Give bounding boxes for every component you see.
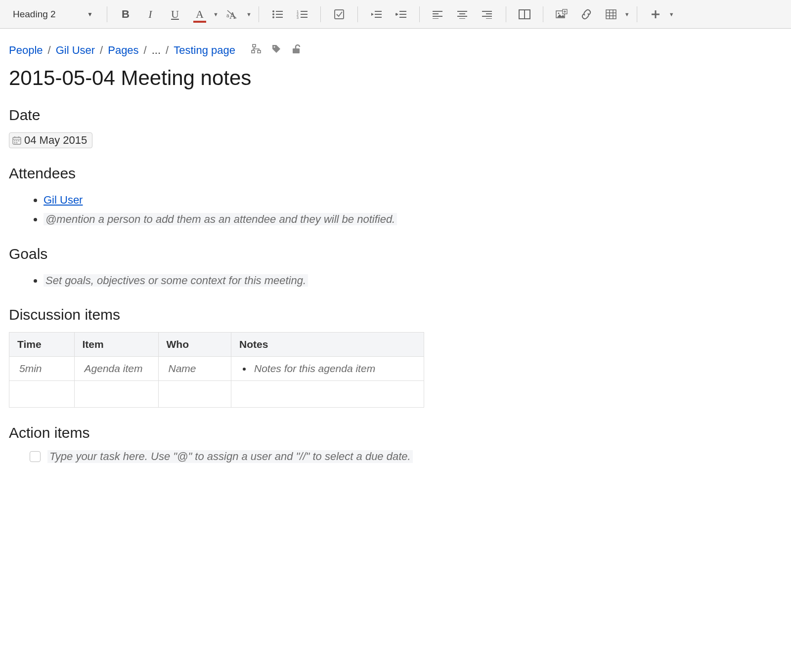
toolbar-separator bbox=[543, 6, 543, 22]
col-time[interactable]: Time bbox=[9, 333, 75, 357]
date-badge[interactable]: 04 May 2015 bbox=[9, 132, 92, 148]
discussion-heading[interactable]: Discussion items bbox=[9, 306, 485, 323]
attendees-heading[interactable]: Attendees bbox=[9, 165, 485, 182]
breadcrumb-sep: / bbox=[144, 44, 147, 57]
underline-button[interactable]: U bbox=[164, 4, 186, 25]
svg-point-51 bbox=[273, 46, 275, 48]
svg-rect-49 bbox=[252, 50, 255, 53]
indent-icon bbox=[396, 10, 406, 19]
chevron-down-icon[interactable]: ▼ bbox=[246, 11, 252, 17]
svg-rect-16 bbox=[375, 11, 382, 12]
svg-rect-22 bbox=[433, 11, 442, 12]
svg-rect-41 bbox=[606, 10, 616, 19]
empty-cell[interactable] bbox=[9, 381, 75, 408]
chevron-down-icon[interactable]: ▼ bbox=[624, 11, 630, 17]
unlock-icon[interactable] bbox=[291, 43, 302, 57]
date-heading[interactable]: Date bbox=[9, 107, 485, 124]
attendee-placeholder[interactable]: @mention a person to add them as an atte… bbox=[44, 213, 397, 225]
cell-who[interactable]: Name bbox=[167, 363, 198, 374]
bold-button[interactable]: B bbox=[114, 4, 137, 25]
attendees-list[interactable]: Gil User @mention a person to add them a… bbox=[9, 191, 485, 229]
paragraph-style-select[interactable]: Heading 2 ▼ bbox=[6, 6, 100, 23]
clear-formatting-icon: a A bbox=[226, 9, 238, 20]
task-list-button[interactable] bbox=[328, 4, 351, 25]
svg-rect-8 bbox=[276, 17, 283, 18]
clear-formatting-button[interactable]: a A bbox=[220, 4, 243, 25]
editor-content[interactable]: People / Gil User / Pages / ... / Testin… bbox=[0, 29, 494, 493]
discussion-table[interactable]: Time Item Who Notes 5min Agenda item Nam… bbox=[9, 332, 424, 408]
col-who[interactable]: Who bbox=[158, 333, 231, 357]
insert-more-button[interactable] bbox=[644, 4, 667, 25]
svg-rect-17 bbox=[375, 14, 382, 15]
text-color-icon: A bbox=[196, 8, 204, 21]
insert-image-button[interactable] bbox=[550, 4, 573, 25]
breadcrumb-sep: / bbox=[166, 44, 169, 57]
empty-cell[interactable] bbox=[74, 381, 158, 408]
breadcrumb-link-people[interactable]: People bbox=[9, 44, 43, 57]
svg-rect-52 bbox=[293, 48, 300, 53]
empty-cell[interactable] bbox=[158, 381, 231, 408]
calendar-icon bbox=[12, 136, 21, 145]
goals-list[interactable]: Set goals, objectives or some context fo… bbox=[9, 271, 485, 290]
editor-toolbar: Heading 2 ▼ B I U A ▼ a A ▼ 1 2 3 bbox=[0, 0, 791, 29]
list-item: @mention a person to add them as an atte… bbox=[44, 210, 485, 228]
numbered-list-button[interactable]: 1 2 3 bbox=[291, 4, 313, 25]
list-item: Gil User bbox=[44, 191, 485, 209]
toolbar-separator bbox=[637, 6, 637, 22]
breadcrumb: People / Gil User / Pages / ... / Testin… bbox=[9, 43, 485, 57]
chevron-down-icon[interactable]: ▼ bbox=[213, 11, 219, 17]
svg-rect-30 bbox=[482, 11, 492, 12]
toolbar-separator bbox=[259, 6, 259, 22]
link-icon bbox=[580, 9, 592, 20]
goals-placeholder[interactable]: Set goals, objectives or some context fo… bbox=[44, 274, 308, 287]
cell-notes[interactable]: Notes for this agenda item bbox=[252, 363, 377, 374]
chevron-down-icon[interactable]: ▼ bbox=[669, 11, 674, 17]
svg-rect-29 bbox=[459, 18, 465, 19]
svg-rect-60 bbox=[14, 142, 15, 143]
toolbar-separator bbox=[320, 6, 321, 22]
cell-item[interactable]: Agenda item bbox=[83, 363, 145, 374]
task-checkbox[interactable] bbox=[30, 451, 41, 462]
align-center-icon bbox=[457, 10, 468, 19]
task-placeholder[interactable]: Type your task here. Use "@" to assign a… bbox=[47, 450, 413, 463]
goals-heading[interactable]: Goals bbox=[9, 246, 485, 262]
svg-rect-20 bbox=[399, 14, 406, 15]
text-color-button[interactable]: A bbox=[188, 4, 211, 25]
indent-button[interactable] bbox=[390, 4, 412, 25]
tag-icon[interactable] bbox=[271, 43, 282, 57]
action-heading[interactable]: Action items bbox=[9, 424, 485, 441]
bullet-list-icon bbox=[272, 10, 283, 19]
align-left-icon bbox=[433, 10, 443, 19]
page-tree-icon[interactable] bbox=[251, 43, 262, 57]
svg-rect-28 bbox=[457, 16, 467, 17]
task-list-icon bbox=[334, 9, 345, 20]
italic-icon: I bbox=[148, 8, 152, 21]
task-item[interactable]: Type your task here. Use "@" to assign a… bbox=[9, 450, 485, 463]
align-left-button[interactable] bbox=[427, 4, 449, 25]
table-header-row: Time Item Who Notes bbox=[9, 333, 424, 357]
svg-point-5 bbox=[272, 13, 274, 15]
align-center-button[interactable] bbox=[451, 4, 474, 25]
col-item[interactable]: Item bbox=[74, 333, 158, 357]
breadcrumb-link-pages[interactable]: Pages bbox=[108, 44, 138, 57]
breadcrumb-link-user[interactable]: Gil User bbox=[56, 44, 95, 57]
outdent-button[interactable] bbox=[365, 4, 388, 25]
italic-button[interactable]: I bbox=[139, 4, 162, 25]
style-select-label: Heading 2 bbox=[13, 9, 56, 20]
breadcrumb-link-testing[interactable]: Testing page bbox=[174, 44, 235, 57]
bullet-list-button[interactable] bbox=[266, 4, 289, 25]
numbered-list-icon: 1 2 3 bbox=[297, 10, 308, 19]
svg-rect-61 bbox=[16, 142, 17, 143]
col-notes[interactable]: Notes bbox=[231, 333, 424, 357]
insert-table-button[interactable] bbox=[600, 4, 622, 25]
empty-cell[interactable] bbox=[231, 381, 424, 408]
svg-rect-10 bbox=[301, 11, 308, 12]
align-right-button[interactable] bbox=[476, 4, 499, 25]
insert-link-button[interactable] bbox=[575, 4, 598, 25]
breadcrumb-ellipsis[interactable]: ... bbox=[152, 44, 161, 57]
svg-rect-59 bbox=[18, 140, 19, 141]
cell-time[interactable]: 5min bbox=[17, 363, 44, 374]
page-layout-button[interactable] bbox=[513, 4, 536, 25]
attendee-link[interactable]: Gil User bbox=[44, 194, 83, 206]
page-title[interactable]: 2015-05-04 Meeting notes bbox=[9, 66, 485, 90]
